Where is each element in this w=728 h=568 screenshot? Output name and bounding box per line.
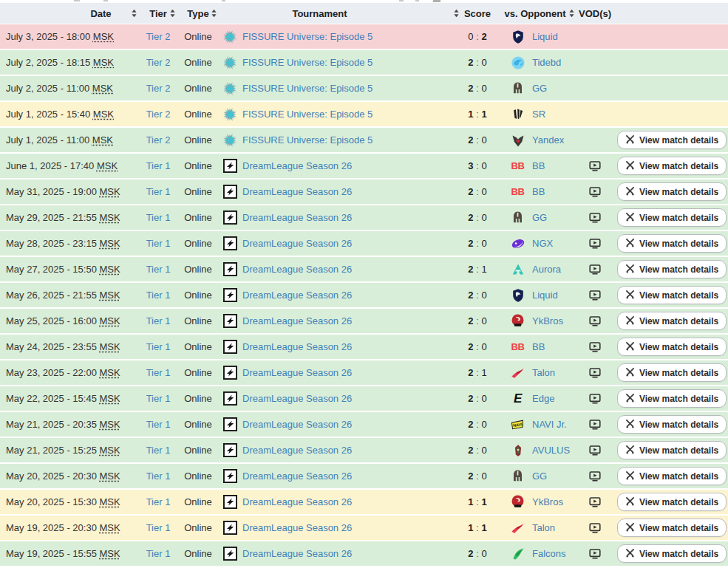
opponent-link[interactable]: Yandex bbox=[532, 134, 564, 146]
opponent-logo[interactable]: NAVI bbox=[510, 417, 525, 432]
tier-link[interactable]: Tier 2 bbox=[146, 83, 171, 94]
opponent-logo[interactable] bbox=[510, 442, 525, 458]
vod-icon[interactable] bbox=[589, 264, 601, 276]
opponent-logo[interactable] bbox=[510, 365, 525, 380]
header-opponent[interactable]: vs. Opponent bbox=[494, 3, 576, 24]
opponent-logo[interactable] bbox=[510, 494, 525, 510]
tier-link[interactable]: Tier 1 bbox=[146, 445, 171, 456]
opponent-link[interactable]: NGX bbox=[532, 238, 553, 249]
header-tournament[interactable]: Tournament bbox=[219, 3, 461, 24]
opponent-link[interactable]: AVULUS bbox=[532, 445, 570, 456]
tier-link[interactable]: Tier 1 bbox=[146, 186, 171, 197]
view-match-details-button[interactable]: View match details bbox=[617, 389, 727, 408]
view-match-details-button[interactable]: View match details bbox=[617, 234, 727, 253]
opponent-link[interactable]: Tidebd bbox=[532, 57, 561, 68]
opponent-logo[interactable] bbox=[510, 261, 525, 277]
tournament-link[interactable]: DreamLeague Season 26 bbox=[242, 290, 352, 301]
opponent-logo[interactable]: E bbox=[510, 391, 525, 406]
tournament-link[interactable]: FISSURE Universe: Episode 5 bbox=[242, 109, 372, 120]
tournament-link[interactable]: DreamLeague Season 26 bbox=[242, 471, 352, 482]
tournament-link[interactable]: DreamLeague Season 26 bbox=[242, 315, 352, 326]
vod-icon[interactable] bbox=[589, 496, 601, 508]
vod-icon[interactable] bbox=[589, 548, 601, 560]
opponent-logo[interactable] bbox=[510, 106, 525, 122]
view-match-details-button[interactable]: View match details bbox=[617, 260, 727, 278]
opponent-link[interactable]: Falcons bbox=[532, 548, 566, 559]
sort-icon[interactable] bbox=[132, 10, 137, 18]
opponent-logo[interactable] bbox=[510, 132, 525, 148]
sort-icon[interactable] bbox=[211, 10, 217, 18]
opponent-link[interactable]: GG bbox=[532, 471, 547, 482]
view-match-details-button[interactable]: View match details bbox=[617, 519, 727, 537]
view-match-details-button[interactable]: View match details bbox=[617, 544, 727, 563]
tier-link[interactable]: Tier 2 bbox=[146, 109, 171, 120]
header-tier[interactable]: Tier bbox=[139, 3, 177, 24]
view-match-details-button[interactable]: View match details bbox=[617, 338, 727, 356]
opponent-link[interactable]: Liquid bbox=[532, 31, 558, 42]
opponent-link[interactable]: GG bbox=[532, 83, 547, 94]
tournament-link[interactable]: FISSURE Universe: Episode 5 bbox=[242, 57, 372, 68]
opponent-logo[interactable]: BB bbox=[510, 339, 525, 355]
opponent-logo[interactable] bbox=[510, 29, 525, 44]
opponent-logo[interactable]: BB bbox=[510, 158, 525, 174]
vod-icon[interactable] bbox=[589, 160, 601, 172]
opponent-link[interactable]: BB bbox=[532, 160, 545, 171]
tier-link[interactable]: Tier 1 bbox=[146, 522, 171, 533]
tournament-link[interactable]: DreamLeague Season 26 bbox=[242, 212, 352, 223]
tier-link[interactable]: Tier 1 bbox=[146, 496, 171, 507]
tournament-link[interactable]: DreamLeague Season 26 bbox=[242, 522, 352, 533]
tournament-link[interactable]: DreamLeague Season 26 bbox=[242, 160, 352, 171]
sort-icon[interactable] bbox=[569, 10, 574, 18]
view-match-details-button[interactable]: View match details bbox=[617, 493, 727, 511]
vod-icon[interactable] bbox=[589, 367, 601, 379]
vod-icon[interactable] bbox=[589, 290, 601, 301]
vod-icon[interactable] bbox=[589, 471, 601, 482]
tier-link[interactable]: Tier 1 bbox=[146, 393, 171, 404]
view-match-details-button[interactable]: View match details bbox=[617, 415, 727, 434]
tier-link[interactable]: Tier 1 bbox=[146, 471, 171, 482]
opponent-link[interactable]: Talon bbox=[532, 522, 555, 533]
opponent-logo[interactable] bbox=[510, 210, 525, 225]
tier-link[interactable]: Tier 1 bbox=[146, 419, 171, 430]
sort-icon[interactable] bbox=[170, 10, 175, 18]
opponent-logo[interactable] bbox=[510, 546, 525, 561]
opponent-link[interactable]: Liquid bbox=[532, 290, 558, 301]
opponent-link[interactable]: NAVI Jr. bbox=[532, 419, 567, 430]
tier-link[interactable]: Tier 1 bbox=[146, 212, 171, 223]
view-match-details-button[interactable]: View match details bbox=[617, 312, 727, 330]
opponent-link[interactable]: GG bbox=[532, 212, 547, 223]
view-match-details-button[interactable]: View match details bbox=[617, 208, 727, 227]
vod-icon[interactable] bbox=[589, 212, 601, 224]
tier-link[interactable]: Tier 2 bbox=[146, 57, 171, 68]
opponent-link[interactable]: Edge bbox=[532, 393, 554, 404]
vod-icon[interactable] bbox=[589, 341, 601, 353]
vod-icon[interactable] bbox=[589, 445, 601, 456]
tier-link[interactable]: Tier 1 bbox=[146, 290, 171, 301]
tier-link[interactable]: Tier 1 bbox=[146, 160, 171, 171]
opponent-logo[interactable] bbox=[510, 468, 525, 484]
vod-icon[interactable] bbox=[589, 393, 601, 405]
tournament-link[interactable]: DreamLeague Season 26 bbox=[242, 367, 352, 378]
vod-icon[interactable] bbox=[589, 522, 601, 534]
tier-link[interactable]: Tier 1 bbox=[146, 341, 171, 352]
view-match-details-button[interactable]: View match details bbox=[617, 441, 727, 459]
tournament-link[interactable]: DreamLeague Season 26 bbox=[242, 393, 352, 404]
tournament-link[interactable]: DreamLeague Season 26 bbox=[242, 445, 352, 456]
view-match-details-button[interactable]: View match details bbox=[617, 286, 727, 304]
opponent-logo[interactable]: BB bbox=[510, 184, 525, 199]
view-match-details-button[interactable]: View match details bbox=[617, 131, 727, 149]
vod-icon[interactable] bbox=[589, 238, 601, 250]
tier-link[interactable]: Tier 1 bbox=[146, 238, 171, 249]
opponent-logo[interactable] bbox=[510, 81, 525, 96]
tournament-link[interactable]: DreamLeague Season 26 bbox=[242, 419, 352, 430]
header-type[interactable]: Type bbox=[177, 3, 219, 24]
view-match-details-button[interactable]: View match details bbox=[617, 467, 727, 485]
opponent-link[interactable]: BB bbox=[532, 341, 545, 352]
header-date[interactable]: Date bbox=[0, 3, 139, 24]
tier-link[interactable]: Tier 1 bbox=[146, 367, 171, 378]
tournament-link[interactable]: DreamLeague Season 26 bbox=[242, 341, 352, 352]
tier-link[interactable]: Tier 2 bbox=[146, 31, 171, 42]
vod-icon[interactable] bbox=[589, 186, 601, 198]
opponent-logo[interactable] bbox=[510, 313, 525, 329]
tournament-link[interactable]: FISSURE Universe: Episode 5 bbox=[242, 134, 372, 146]
